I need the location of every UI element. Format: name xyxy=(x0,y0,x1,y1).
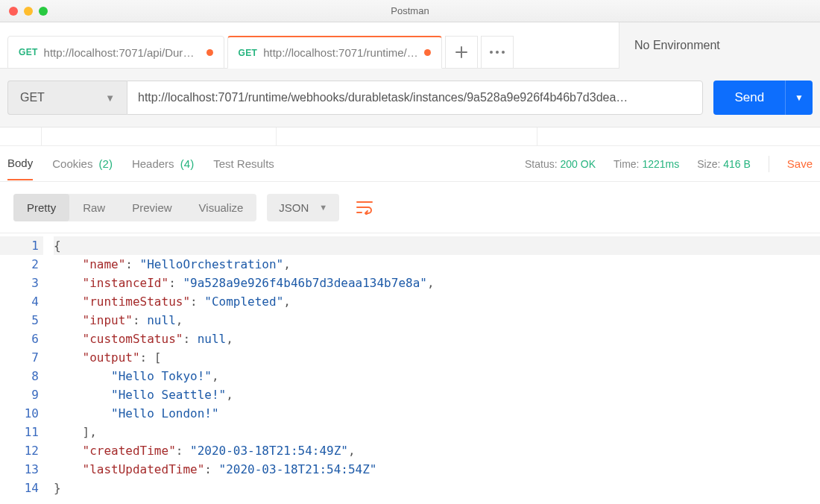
view-preview[interactable]: Preview xyxy=(119,194,185,221)
tab-overflow-button[interactable] xyxy=(481,36,514,69)
environment-selector[interactable]: No Environment xyxy=(619,22,820,69)
status-block: Status: 200 OK xyxy=(525,158,596,170)
body-view-mode-group: Pretty Raw Preview Visualize xyxy=(13,194,256,221)
size-value: 416 B xyxy=(723,158,751,170)
ellipsis-icon xyxy=(489,50,505,54)
status-value: 200 OK xyxy=(561,158,596,170)
send-button-group: Send ▼ xyxy=(713,81,813,115)
body-format-select[interactable]: JSON ▼ xyxy=(267,194,339,221)
response-tabs: Body Cookies (2) Headers (4) Test Result… xyxy=(0,146,820,182)
request-url-value: http://localhost:7071/runtime/webhooks/d… xyxy=(138,91,628,104)
size-block: Size: 416 B xyxy=(697,158,751,170)
cookies-count: (2) xyxy=(99,157,113,170)
section-divider xyxy=(0,127,820,146)
chevron-down-icon: ▼ xyxy=(105,92,115,104)
response-tab-cookies[interactable]: Cookies (2) xyxy=(52,148,113,180)
chevron-down-icon: ▼ xyxy=(319,203,327,212)
plus-icon xyxy=(455,45,468,59)
view-pretty[interactable]: Pretty xyxy=(13,194,69,221)
http-method-select[interactable]: GET ▼ xyxy=(7,81,127,115)
body-view-toolbar: Pretty Raw Preview Visualize JSON ▼ xyxy=(0,182,820,233)
view-raw[interactable]: Raw xyxy=(69,194,119,221)
svg-point-1 xyxy=(496,51,499,54)
request-bar: GET ▼ http://localhost:7071/runtime/webh… xyxy=(0,69,820,127)
send-button-label: Send xyxy=(734,90,764,105)
response-tab-label: Cookies xyxy=(52,157,92,170)
http-method-value: GET xyxy=(20,91,45,104)
svg-point-2 xyxy=(502,51,505,54)
line-wrap-toggle[interactable] xyxy=(350,192,379,222)
headers-count: (4) xyxy=(180,157,194,170)
tab-label: http://localhost:7071/runtime/… xyxy=(263,46,418,59)
divider xyxy=(769,156,769,172)
tab-method-badge: GET xyxy=(19,47,38,57)
tab-method-badge: GET xyxy=(239,48,258,58)
line-number-gutter: 1234567891011121314 xyxy=(0,233,54,500)
window-titlebar: Postman xyxy=(0,0,820,22)
time-block: Time: 1221ms xyxy=(614,158,679,170)
view-visualize[interactable]: Visualize xyxy=(186,194,257,221)
send-button[interactable]: Send xyxy=(713,81,786,115)
request-tab-1[interactable]: GET http://localhost:7071/runtime/… xyxy=(227,36,442,69)
new-tab-button[interactable] xyxy=(445,36,478,69)
unsaved-dot-icon xyxy=(206,49,213,56)
response-tab-label: Headers xyxy=(132,157,174,170)
svg-point-0 xyxy=(490,51,493,54)
chevron-down-icon: ▼ xyxy=(795,92,804,103)
line-wrap-icon xyxy=(356,200,373,215)
response-tab-tests[interactable]: Test Results xyxy=(213,148,274,180)
response-tab-headers[interactable]: Headers (4) xyxy=(132,148,194,180)
code-lines: { "name": "HelloOrchestration", "instanc… xyxy=(54,233,820,500)
response-tab-body[interactable]: Body xyxy=(7,147,33,180)
status-label: Status: xyxy=(525,158,558,170)
tab-label: http://localhost:7071/api/Durab… xyxy=(44,46,201,59)
request-tabbar: GET http://localhost:7071/api/Durab… GET… xyxy=(0,22,820,69)
unsaved-dot-icon xyxy=(424,49,431,56)
request-url-input[interactable]: http://localhost:7071/runtime/webhooks/d… xyxy=(127,81,703,115)
request-tab-0[interactable]: GET http://localhost:7071/api/Durab… xyxy=(7,36,224,69)
time-label: Time: xyxy=(614,158,639,170)
size-label: Size: xyxy=(697,158,720,170)
response-body-editor[interactable]: 1234567891011121314 { "name": "HelloOrch… xyxy=(0,233,820,500)
send-options-button[interactable]: ▼ xyxy=(786,81,813,115)
body-format-value: JSON xyxy=(279,201,309,214)
time-value: 1221ms xyxy=(642,158,679,170)
environment-label: No Environment xyxy=(634,39,720,52)
window-title: Postman xyxy=(0,5,820,16)
save-response-button[interactable]: Save xyxy=(787,157,813,170)
